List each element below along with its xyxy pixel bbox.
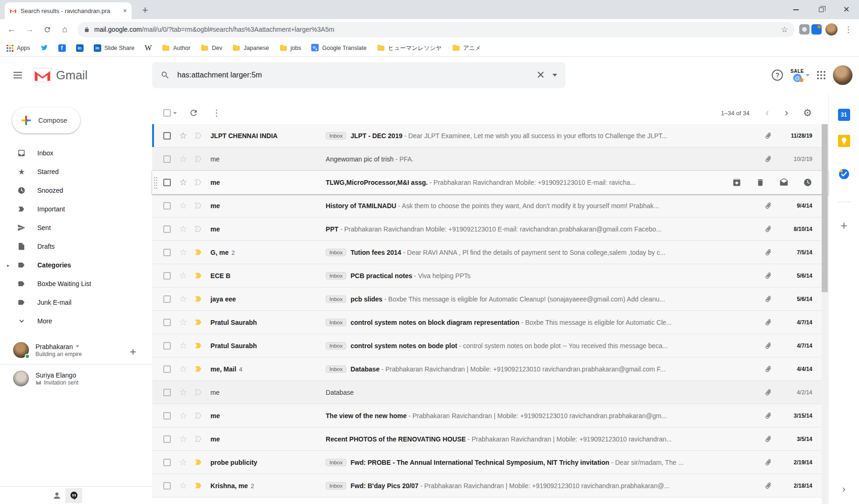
snooze-icon[interactable] <box>803 178 812 187</box>
keep-icon[interactable] <box>838 135 850 149</box>
star-icon[interactable]: ☆ <box>179 130 187 141</box>
email-row[interactable]: ☆meThe view of the new home - Prabhakara… <box>152 404 828 427</box>
compose-button[interactable]: Compose <box>12 107 80 133</box>
tab-close-icon[interactable]: × <box>123 7 127 14</box>
email-row[interactable]: ☆meAngewoman pic of trish - PFA.10/2/19 <box>152 147 828 171</box>
importance-marker-icon[interactable] <box>194 365 203 373</box>
contact-row[interactable]: Suriya Elango Invitation sent <box>0 367 152 390</box>
sidebar-item-snoozed[interactable]: Snoozed <box>0 181 152 200</box>
email-checkbox[interactable] <box>163 365 171 373</box>
email-checkbox[interactable] <box>163 202 171 210</box>
bookmark-item[interactable]: アニメ <box>452 44 481 52</box>
back-icon[interactable]: ← <box>4 21 20 37</box>
tasks-icon[interactable] <box>838 168 850 182</box>
email-row[interactable]: ☆JLPT CHENNAI INDIAInboxJLPT - DEC 2019 … <box>152 124 828 147</box>
bookmark-item[interactable]: GGoogle Translate <box>311 44 366 53</box>
bookmark-item[interactable]: f <box>58 44 66 52</box>
account-theme-badge[interactable]: SALE @ <box>790 69 810 82</box>
email-checkbox[interactable] <box>163 412 171 420</box>
importance-marker-icon[interactable] <box>194 295 203 303</box>
importance-marker-icon[interactable] <box>194 155 203 163</box>
select-all-checkbox[interactable] <box>163 109 171 117</box>
email-row[interactable]: ☆Krishna, me2InboxFwd: B'day Pics 20/07 … <box>152 474 828 497</box>
main-menu-icon[interactable] <box>7 64 29 86</box>
archive-icon[interactable] <box>732 178 741 187</box>
star-icon[interactable]: ☆ <box>179 177 187 188</box>
email-row[interactable]: ☆ECE BInboxPCB practical notes - Viva he… <box>152 264 828 287</box>
email-checkbox[interactable] <box>163 155 171 163</box>
sidebar-item-categories[interactable]: ▸Categories <box>0 256 152 274</box>
gmail-logo[interactable]: Gmail <box>33 68 88 83</box>
bookmark-item[interactable]: Japanese <box>232 44 269 52</box>
email-row[interactable]: ☆probe publicityInboxFwd: PROBE - The An… <box>152 451 828 474</box>
contact-row[interactable]: Prabhakaran Building an empire + <box>0 339 152 361</box>
scrollbar[interactable] <box>822 124 828 504</box>
importance-marker-icon[interactable] <box>194 435 203 443</box>
star-icon[interactable]: ☆ <box>179 270 187 281</box>
extension-icon[interactable] <box>799 24 810 35</box>
bookmark-item[interactable]: W <box>145 44 152 52</box>
email-checkbox[interactable] <box>163 132 171 140</box>
expand-arrow-icon[interactable]: ▸ <box>7 263 9 268</box>
search-input[interactable]: has:attachment larger:5m <box>177 71 529 79</box>
importance-marker-icon[interactable] <box>194 458 203 466</box>
importance-marker-icon[interactable] <box>194 482 203 490</box>
extension-icon[interactable] <box>811 24 822 35</box>
importance-marker-icon[interactable] <box>194 248 203 256</box>
bookmark-item[interactable]: inSlide Share <box>94 44 135 52</box>
bookmark-item[interactable]: Author <box>162 44 190 52</box>
calendar-icon[interactable]: 31 <box>838 109 850 121</box>
more-options-icon[interactable]: ⋮ <box>212 108 221 118</box>
email-checkbox[interactable] <box>163 225 171 233</box>
email-checkbox[interactable] <box>163 482 171 490</box>
browser-profile-avatar[interactable] <box>825 23 838 35</box>
restore-button[interactable] <box>809 0 834 19</box>
bookmark-star-icon[interactable]: ☆ <box>781 25 788 35</box>
star-icon[interactable]: ☆ <box>179 364 187 374</box>
bookmark-item[interactable]: jobs <box>279 44 301 52</box>
address-bar[interactable]: mail.google.com/mail/u/0/?tab=rm&ogbl#se… <box>77 22 795 37</box>
email-row[interactable]: ☆mePPT - Prabhakaran Ravichandran Mobile… <box>152 217 828 241</box>
select-caret-icon[interactable] <box>173 112 177 114</box>
theme-caret-icon[interactable] <box>806 74 810 77</box>
bookmark-item[interactable] <box>41 44 48 53</box>
profile-avatar[interactable] <box>833 65 852 85</box>
bookmark-item[interactable]: in <box>76 44 84 52</box>
get-addons-button[interactable]: + <box>840 218 847 233</box>
reload-icon[interactable] <box>39 21 55 37</box>
email-row[interactable]: ☆me, Mail4InboxDatabase - Prabhakaran Ra… <box>152 357 828 381</box>
email-checkbox[interactable] <box>163 295 171 303</box>
email-checkbox[interactable] <box>163 272 171 280</box>
star-icon[interactable]: ☆ <box>179 480 187 491</box>
forward-icon[interactable]: → <box>21 21 37 37</box>
star-icon[interactable]: ☆ <box>179 410 187 421</box>
email-row[interactable]: ☆meTLWG,MicroProcessor,M&I assg. - Prabh… <box>152 171 828 194</box>
importance-marker-icon[interactable] <box>194 202 203 210</box>
email-checkbox[interactable] <box>163 249 171 256</box>
sidebar-item-inbox[interactable]: Inbox <box>0 144 152 162</box>
refresh-icon[interactable] <box>189 108 198 118</box>
sidebar-item-boxbe-waiting-list[interactable]: Boxbe Waiting List <box>0 274 152 293</box>
settings-gear-icon[interactable]: ⚙ <box>803 107 812 119</box>
sidebar-item-junk-e-mail[interactable]: Junk E-mail <box>0 293 152 312</box>
sidebar-item-more[interactable]: More <box>0 312 152 330</box>
star-icon[interactable]: ☆ <box>179 434 187 444</box>
importance-marker-icon[interactable] <box>194 342 203 350</box>
star-icon[interactable]: ☆ <box>179 247 187 258</box>
star-icon[interactable]: ☆ <box>179 224 187 234</box>
email-row[interactable]: ☆Pratul SaurabhInboxcontrol system notes… <box>152 311 828 334</box>
importance-marker-icon[interactable] <box>194 318 203 326</box>
help-icon[interactable]: ? <box>772 70 783 81</box>
search-icon[interactable] <box>161 70 170 80</box>
browser-tab[interactable]: Search results - ravichandran.pra × <box>5 2 132 19</box>
scrollbar-thumb[interactable] <box>822 124 828 292</box>
bookmark-item[interactable]: Dev <box>201 44 222 52</box>
close-window-button[interactable]: ✕ <box>834 0 859 19</box>
email-row[interactable]: ☆Pratul SaurabhInboxcontrol system notes… <box>152 334 828 357</box>
email-row[interactable]: ☆G, me2InboxTution fees 2014 - Dear RAVI… <box>152 241 828 264</box>
star-icon[interactable]: ☆ <box>179 154 187 164</box>
contacts-person-icon[interactable] <box>52 491 62 500</box>
star-icon[interactable]: ☆ <box>179 294 187 304</box>
home-icon[interactable]: ⌂ <box>57 21 73 37</box>
hangouts-icon[interactable] <box>65 488 82 503</box>
